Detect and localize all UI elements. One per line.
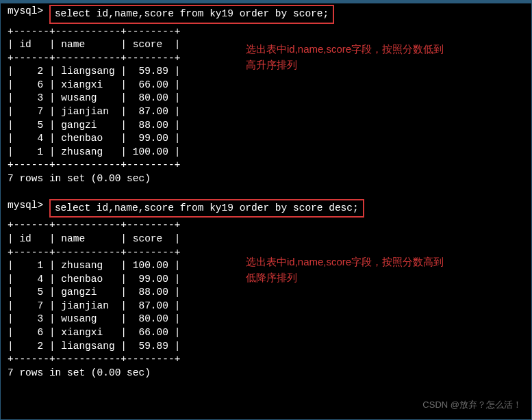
table2-row-3: | 7 | jianjian | 87.00 | [8, 300, 180, 311]
table2-row-5: | 6 | xiangxi | 66.00 | [8, 327, 180, 338]
table1-sep-top: +------+-----------+--------+ [8, 26, 180, 37]
table2-row-1: | 4 | chenbao | 99.00 | [8, 274, 180, 285]
table2-sep-top: +------+-----------+--------+ [8, 220, 180, 231]
footer1: 7 rows in set (0.00 sec) [8, 173, 151, 184]
annotation-2-line2: 低降序排列 [246, 272, 297, 283]
table2-sep-bot: +------+-----------+--------+ [8, 354, 180, 365]
table1-row-1: | 6 | xiangxi | 66.00 | [8, 79, 180, 90]
table2-sep-mid: +------+-----------+--------+ [8, 247, 180, 258]
table1-header: | id | name | score | [8, 39, 180, 50]
table1-row-5: | 4 | chenbao | 99.00 | [8, 133, 180, 144]
annotation-1: 选出表中id,name,score字段，按照分数低到 高升序排列 [246, 42, 520, 73]
mysql-prompt: mysql> [8, 5, 43, 16]
annotation-2: 选出表中id,name,score字段，按照分数高到 低降序排列 [246, 254, 520, 285]
table2-row-0: | 1 | zhusang | 100.00 | [8, 260, 180, 271]
query-2-highlight: select id,name,score from ky19 order by … [49, 199, 364, 218]
watermark: CSDN @放弃？怎么活！ [422, 399, 522, 411]
query-1-highlight: select id,name,score from ky19 order by … [49, 5, 334, 24]
annotation-1-line2: 高升序排列 [246, 59, 297, 70]
table2-row-4: | 3 | wusang | 80.00 | [8, 313, 180, 324]
table2-header: | id | name | score | [8, 233, 180, 244]
table2-row-6: | 2 | liangsang | 59.89 | [8, 341, 180, 352]
table1-sep-bot: +------+-----------+--------+ [8, 159, 180, 170]
table2-row-2: | 5 | gangzi | 88.00 | [8, 287, 180, 298]
table1-row-4: | 5 | gangzi | 88.00 | [8, 120, 180, 131]
annotation-1-line1: 选出表中id,name,score字段，按照分数低到 [246, 43, 444, 55]
footer2: 7 rows in set (0.00 sec) [8, 367, 151, 378]
table1-row-0: | 2 | liangsang | 59.89 | [8, 66, 180, 77]
table1-row-3: | 7 | jianjian | 87.00 | [8, 106, 180, 117]
table1-sep-mid: +------+-----------+--------+ [8, 53, 180, 64]
table1-row-2: | 3 | wusang | 80.00 | [8, 92, 180, 103]
table1-row-6: | 1 | zhusang | 100.00 | [8, 146, 180, 157]
annotation-2-line1: 选出表中id,name,score字段，按照分数高到 [246, 256, 444, 267]
mysql-prompt-2: mysql> [8, 200, 43, 211]
